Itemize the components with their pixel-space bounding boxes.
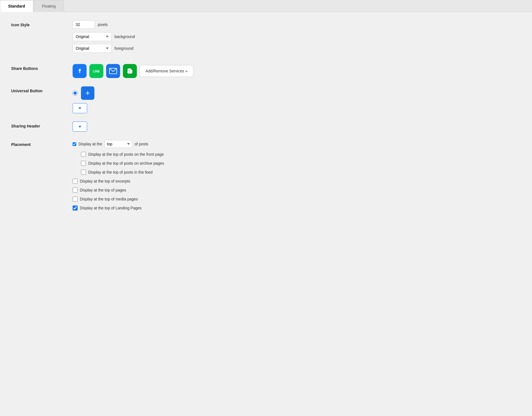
placement-main-row: Display at the top bottom both of posts xyxy=(73,140,521,148)
placement-main-checkbox[interactable] xyxy=(73,142,76,146)
universal-button-row: Universal Button + xyxy=(11,86,521,113)
page-container: Standard Floating Icon Style pixels Orig… xyxy=(0,0,532,416)
plus-icon: + xyxy=(85,89,90,98)
foreground-select-row: Original White Black Custom foreground xyxy=(73,44,521,53)
placement-landing-pages: Display at the top of Landing Pages xyxy=(73,205,521,211)
universal-dropdown-row xyxy=(73,103,521,113)
universal-dropdown-button[interactable] xyxy=(73,103,87,113)
tabs-bar: Standard Floating xyxy=(0,0,532,12)
background-select-row: Original White Black Custom background xyxy=(73,32,521,41)
sharing-header-chevron-icon xyxy=(78,126,81,128)
landing-pages-label: Display at the top of Landing Pages xyxy=(80,206,142,210)
excerpts-checkbox[interactable] xyxy=(73,179,78,184)
chevron-down-icon xyxy=(78,107,81,109)
background-suffix: background xyxy=(114,34,135,39)
icon-style-control: pixels Original White Black Custom backg… xyxy=(73,20,521,56)
tab-standard[interactable]: Standard xyxy=(0,0,33,12)
media-pages-label: Display at the top of media pages xyxy=(80,197,138,201)
landing-pages-checkbox[interactable] xyxy=(73,205,78,211)
placement-control: Display at the top bottom both of posts … xyxy=(73,140,521,214)
svg-point-3 xyxy=(129,70,130,71)
pixel-input-row: pixels xyxy=(73,20,521,29)
tab-floating[interactable]: Floating xyxy=(34,0,64,12)
universal-button-control: + xyxy=(73,86,521,113)
feed-label: Display at the top of posts in the feed xyxy=(88,170,152,174)
placement-media-pages: Display at the top of media pages xyxy=(73,197,521,202)
background-select[interactable]: Original White Black Custom xyxy=(73,32,112,41)
placement-label: Placement xyxy=(11,140,73,147)
excerpts-label: Display at the top of excerpts xyxy=(80,179,130,183)
share-buttons-row: Share Buttons LINE xyxy=(11,64,521,78)
foreground-select[interactable]: Original White Black Custom xyxy=(73,44,112,53)
foreground-suffix: foreground xyxy=(114,46,133,51)
sharing-header-label: Sharing Header xyxy=(11,122,73,128)
placement-excerpts: Display at the top of excerpts xyxy=(73,179,521,184)
share-icon-facebook[interactable] xyxy=(73,64,87,78)
share-buttons-label: Share Buttons xyxy=(11,64,73,71)
sharing-header-control xyxy=(73,122,521,132)
svg-text:LINE: LINE xyxy=(93,70,100,73)
front-page-checkbox[interactable] xyxy=(81,152,86,157)
universal-plus-button[interactable]: + xyxy=(81,86,94,100)
share-icon-evernote[interactable] xyxy=(123,64,137,78)
media-pages-checkbox[interactable] xyxy=(73,197,78,202)
universal-button-label: Universal Button xyxy=(11,86,73,93)
archive-pages-checkbox[interactable] xyxy=(81,161,86,166)
of-posts-text: of posts xyxy=(135,142,148,146)
pixels-label: pixels xyxy=(98,22,108,27)
placement-archive-pages: Display at the top of posts on archive p… xyxy=(81,161,521,166)
universal-radio[interactable] xyxy=(73,91,78,96)
placement-position-select[interactable]: top bottom both xyxy=(104,140,132,148)
pages-label: Display at the top of pages xyxy=(80,188,126,192)
content-area: Icon Style pixels Original White Black C… xyxy=(0,12,532,231)
archive-pages-label: Display at the top of posts on archive p… xyxy=(88,161,164,166)
share-icon-line[interactable]: LINE xyxy=(89,64,103,78)
share-buttons-list: LINE xyxy=(73,64,521,78)
icon-style-row: Icon Style pixels Original White Black C… xyxy=(11,20,521,56)
add-remove-services-button[interactable]: Add/Remove Services » xyxy=(140,65,193,77)
placement-front-page: Display at the top of posts on the front… xyxy=(81,152,521,157)
front-page-label: Display at the top of posts on the front… xyxy=(88,152,164,157)
pixel-input[interactable] xyxy=(73,20,95,29)
feed-checkbox[interactable] xyxy=(81,170,86,175)
universal-button-options: + xyxy=(73,86,521,100)
share-buttons-control: LINE xyxy=(73,64,521,78)
sharing-header-row: Sharing Header xyxy=(11,122,521,132)
display-at-the-text: Display at the xyxy=(78,142,102,146)
pages-checkbox[interactable] xyxy=(73,188,78,193)
sharing-header-dropdown-button[interactable] xyxy=(73,122,87,132)
icon-style-label: Icon Style xyxy=(11,20,73,27)
placement-pages: Display at the top of pages xyxy=(73,188,521,193)
share-icon-email[interactable] xyxy=(106,64,120,78)
placement-feed: Display at the top of posts in the feed xyxy=(81,170,521,175)
placement-row: Placement Display at the top bottom both… xyxy=(11,140,521,214)
